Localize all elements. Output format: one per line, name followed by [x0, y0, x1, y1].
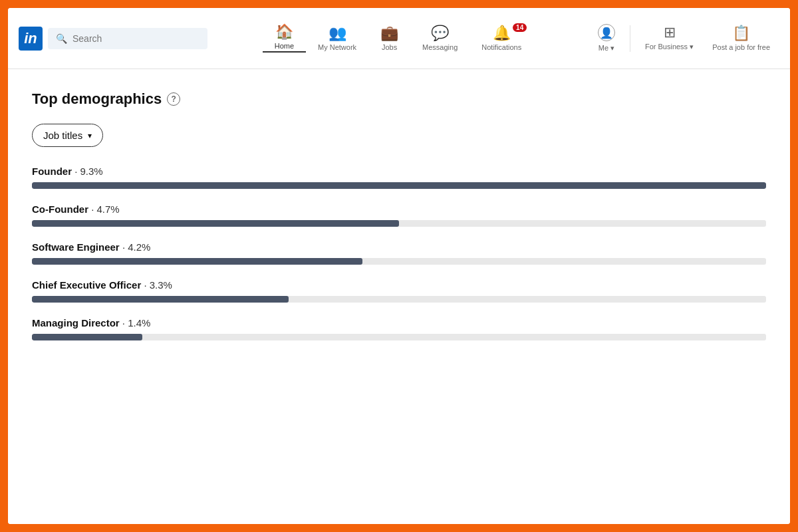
nav-item-for-business[interactable]: ⊞ For Business ▾: [636, 25, 703, 51]
notifications-icon: 🔔: [493, 26, 511, 41]
bar-fill: [32, 220, 399, 227]
linkedin-logo[interactable]: in: [19, 27, 43, 51]
bar-fill: [32, 182, 766, 189]
nav-divider: [630, 25, 630, 52]
section-title: Top demographics ?: [32, 90, 766, 108]
chart-label: Founder · 9.3%: [32, 166, 766, 177]
main-content: Top demographics ? Job titles ▾ Founder …: [8, 69, 790, 524]
nav-item-messaging[interactable]: 💬 Messaging: [410, 26, 469, 51]
chart-label: Managing Director · 1.4%: [32, 317, 766, 329]
network-icon: 👥: [329, 26, 346, 41]
search-bar[interactable]: 🔍: [48, 28, 207, 49]
chart-container: Founder · 9.3% Co-Founder · 4.7% Softwar…: [32, 166, 766, 355]
job-titles-filter-button[interactable]: Job titles ▾: [32, 124, 103, 147]
chart-percentage: · 4.7%: [91, 203, 120, 215]
chart-percentage: · 3.3%: [144, 279, 172, 291]
page-title: Top demographics: [32, 90, 162, 108]
nav-label-for-business: For Business ▾: [645, 43, 694, 51]
bar-track: [32, 220, 766, 227]
grid-icon: ⊞: [664, 25, 676, 40]
jobs-icon: 💼: [380, 26, 398, 41]
nav-label-jobs: Jobs: [382, 43, 397, 51]
chart-label: Co-Founder · 4.7%: [32, 203, 766, 215]
nav-label-me: Me ▾: [598, 44, 614, 53]
bar-fill: [32, 258, 362, 265]
chevron-down-icon: ▾: [88, 131, 92, 140]
chart-title: Managing Director: [32, 317, 120, 329]
navbar: in 🔍 🏠 Home 👥 My Network 💼 Jobs 💬 Messag…: [8, 8, 790, 69]
notification-badge: 14: [513, 23, 527, 32]
chart-item: Managing Director · 1.4%: [32, 317, 766, 340]
chart-title: Chief Executive Officer: [32, 279, 141, 291]
post-job-label: Post a job for free: [712, 43, 770, 51]
chart-item: Chief Executive Officer · 3.3%: [32, 279, 766, 303]
nav-label-home: Home: [275, 42, 294, 50]
bar-fill: [32, 296, 289, 303]
nav-label-messaging: Messaging: [422, 43, 458, 51]
chart-title: Founder: [32, 166, 72, 177]
app-window: in 🔍 🏠 Home 👥 My Network 💼 Jobs 💬 Messag…: [8, 8, 790, 524]
nav-item-me[interactable]: 👤 Me ▾: [589, 24, 624, 53]
chart-percentage: · 1.4%: [122, 317, 151, 329]
chart-item: Co-Founder · 4.7%: [32, 203, 766, 227]
nav-label-my-network: My Network: [318, 43, 356, 51]
messaging-icon: 💬: [431, 26, 449, 41]
bar-fill: [32, 334, 142, 340]
bar-track: [32, 182, 766, 189]
chart-label: Chief Executive Officer · 3.3%: [32, 279, 766, 291]
nav-label-notifications: Notifications: [481, 43, 521, 51]
nav-item-notifications[interactable]: 🔔 14 Notifications: [469, 26, 533, 51]
me-chevron: ▾: [610, 44, 614, 52]
chart-title: Co-Founder: [32, 203, 88, 215]
nav-item-home[interactable]: 🏠 Home: [263, 25, 306, 53]
post-job-button[interactable]: 📋 Post a job for free: [703, 26, 779, 51]
chart-percentage: · 4.2%: [122, 241, 151, 253]
bar-track: [32, 296, 766, 303]
nav-item-my-network[interactable]: 👥 My Network: [306, 26, 368, 51]
chart-title: Software Engineer: [32, 241, 120, 253]
nav-center: 🏠 Home 👥 My Network 💼 Jobs 💬 Messaging 🔔…: [213, 25, 583, 53]
home-icon: 🏠: [275, 25, 293, 39]
help-icon[interactable]: ?: [167, 92, 180, 106]
nav-item-jobs[interactable]: 💼 Jobs: [368, 26, 410, 51]
chart-label: Software Engineer · 4.2%: [32, 241, 766, 253]
chart-percentage: · 9.3%: [74, 166, 103, 177]
post-job-icon: 📋: [732, 26, 750, 41]
chart-item: Software Engineer · 4.2%: [32, 241, 766, 265]
chart-item: Founder · 9.3%: [32, 166, 766, 189]
bar-track: [32, 334, 766, 340]
me-avatar: 👤: [598, 24, 615, 41]
search-icon: 🔍: [56, 33, 67, 44]
bar-track: [32, 258, 766, 265]
search-input[interactable]: [72, 33, 200, 44]
nav-right: 👤 Me ▾ ⊞ For Business ▾ 📋 Post a job for…: [589, 24, 779, 53]
filter-label: Job titles: [43, 130, 82, 141]
